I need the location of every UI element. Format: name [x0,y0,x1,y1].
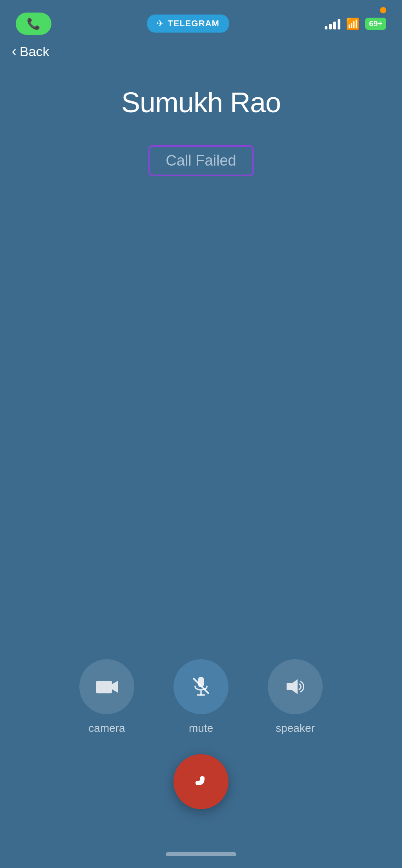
battery-indicator: 69+ [365,18,386,30]
controls-area: camera mute [0,659,402,735]
status-bar-right: 📶 69+ [325,17,386,30]
home-indicator [166,852,236,856]
svg-marker-1 [112,681,118,693]
phone-active-icon: 📞 [27,17,40,30]
notification-dot [380,7,386,13]
speaker-icon [283,677,307,697]
mute-label: mute [189,722,213,735]
status-bar: 📞 ✈ TELEGRAM 📶 69+ [0,0,402,39]
signal-bar-1 [325,26,327,29]
signal-bar-2 [329,24,332,29]
end-call-button[interactable] [174,754,228,809]
app-name-label: TELEGRAM [168,18,219,29]
contact-name: Sumukh Rao [0,86,402,119]
call-status-highlight-box: Call Failed [148,145,254,176]
signal-bar-3 [333,22,336,29]
svg-marker-6 [287,679,298,694]
call-status-wrapper: Call Failed [148,145,254,176]
camera-label: camera [88,722,125,735]
back-chevron-icon: ‹ [12,43,16,60]
camera-circle [79,659,134,714]
camera-control[interactable]: camera [79,659,134,735]
speaker-control[interactable]: speaker [268,659,323,735]
mute-icon [190,675,212,697]
active-call-pill[interactable]: 📞 [16,13,51,35]
call-status-text: Call Failed [166,152,236,169]
speaker-label: speaker [276,722,315,735]
telegram-badge: ✈ TELEGRAM [147,15,228,33]
mute-control[interactable]: mute [174,659,228,735]
telegram-icon: ✈ [157,18,164,29]
mute-circle [174,659,228,714]
status-bar-left: 📞 [16,13,51,35]
signal-bars [325,18,340,29]
wifi-icon: 📶 [346,17,360,30]
signal-bar-4 [338,19,340,29]
speaker-circle [268,659,323,714]
back-label: Back [20,44,49,59]
svg-rect-0 [96,681,112,693]
camera-icon [95,677,119,697]
end-call-icon [187,768,215,795]
back-button[interactable]: ‹ Back [12,43,49,60]
status-bar-center: ✈ TELEGRAM [147,15,228,33]
